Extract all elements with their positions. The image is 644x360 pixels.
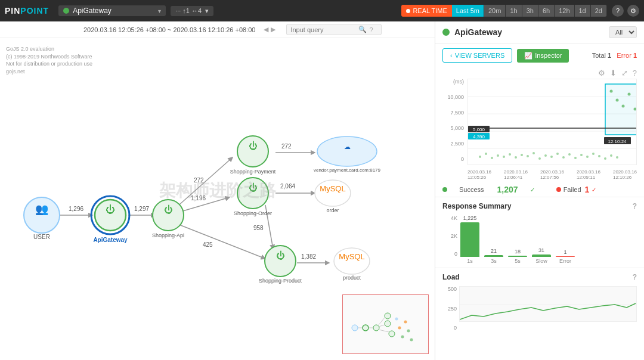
bar-item-5s: 18: [508, 249, 527, 257]
load-help[interactable]: ?: [633, 273, 637, 281]
time-btn-20m[interactable]: 20m: [484, 5, 506, 17]
load-chart: [459, 286, 637, 322]
realtime-button[interactable]: REAL TIME: [401, 5, 451, 17]
nav-prev-icon[interactable]: ◀: [264, 26, 268, 33]
topo-timestamp: 2020.03.16 12:05:26 +08:00 ~ 2020.03.16 …: [83, 26, 255, 33]
query-input[interactable]: [290, 26, 356, 33]
success-dot: [442, 187, 447, 192]
success-count: 1,207: [497, 185, 518, 194]
rp-action-buttons: ‹ VIEW SERVERS 📈 Inspector Total 1 Error…: [435, 44, 644, 67]
edge-label-api-order: 1,196: [191, 195, 206, 201]
bar-5s: [508, 256, 527, 257]
metrics-bar: ··· ↑1 ↔4 ▾: [171, 6, 213, 16]
node-order-label: order: [326, 207, 339, 213]
node-apigw-label: ApiGateway: [93, 237, 128, 243]
nav-next-icon[interactable]: ▶: [271, 26, 275, 33]
inspector-button[interactable]: 📈 Inspector: [517, 49, 569, 63]
inspector-label: Inspector: [535, 52, 562, 59]
time-btn-1h[interactable]: 1h: [506, 5, 522, 17]
bar-item-1s: 1,225: [460, 215, 479, 257]
chevron-left-icon: ‹: [450, 52, 453, 59]
svg-point-54: [610, 90, 613, 93]
svg-point-48: [586, 156, 589, 158]
time-btn-6h[interactable]: 6h: [538, 5, 555, 17]
edge-label-apigw-shoppingapi: 1,297: [134, 206, 149, 212]
time-btn-3h[interactable]: 3h: [522, 5, 538, 17]
node-user[interactable]: [24, 197, 60, 233]
edge-label-sproduct-product: 1,382: [301, 253, 316, 260]
svg-point-55: [616, 99, 619, 102]
settings-icon2[interactable]: ⚙: [598, 69, 605, 77]
response-summary-help[interactable]: ?: [633, 202, 637, 210]
svg-line-17: [379, 318, 385, 325]
time-btn-1d[interactable]: 1d: [575, 5, 591, 17]
bar-1s: [460, 222, 479, 257]
bar-chart-bars: 1,225 21 18 31: [460, 215, 637, 257]
time-btn-last5m[interactable]: Last 5m: [452, 5, 484, 17]
settings-icon[interactable]: ⚙: [627, 5, 639, 17]
svg-point-25: [398, 327, 401, 330]
response-summary-title: Response Summary: [442, 202, 511, 210]
scatter-yaxis: (ms) 10,000 7,500 5,000 2,500 0: [442, 79, 466, 162]
svg-text:MySQL: MySQL: [320, 184, 345, 193]
app-name: ApiGateway: [73, 7, 154, 15]
node-shopping-order-label: Shopping-Order: [234, 210, 272, 216]
scatter-xaxis: 2020.03.1612:05:26 2020.03.1612:06:41 20…: [467, 169, 637, 180]
legend-row: Success 1,207 ✓ Failed 1 ✓: [435, 182, 644, 197]
search-icon[interactable]: 🔍: [358, 26, 367, 33]
bar-xaxis: 1s 3s 5s Slow Error: [460, 257, 637, 264]
svg-point-14: [389, 331, 395, 337]
node-user-label: USER: [33, 234, 50, 240]
edge-label-api-product: 425: [203, 241, 213, 248]
svg-point-20: [401, 336, 404, 339]
svg-point-22: [395, 318, 398, 321]
time-controls: REAL TIME Last 5m 20m 1h 3h 6h 12h 1d 2d: [401, 5, 607, 17]
svg-text:MySQL: MySQL: [339, 252, 364, 261]
topo-header: GoJS 2.0 evaluation(c) 1998-2019 Northwo…: [0, 21, 435, 38]
svg-point-32: [491, 157, 493, 159]
app-header: PINPOINT ApiGateway ▾ ··· ↑1 ↔4 ▾ REAL T…: [0, 0, 644, 21]
load-yaxis: 500 250 0: [442, 286, 459, 331]
bar-slow: [532, 255, 551, 257]
view-servers-button[interactable]: ‹ VIEW SERVERS: [442, 48, 512, 63]
svg-point-31: [485, 153, 487, 155]
svg-point-51: [604, 157, 606, 160]
help-icon3[interactable]: ?: [633, 69, 637, 77]
topo-query[interactable]: 🔍 ?: [286, 24, 382, 35]
bar-item-3s: 21: [484, 248, 503, 257]
topology-panel: GoJS 2.0 evaluation(c) 1998-2019 Northwo…: [0, 21, 435, 360]
rp-header: ApiGateway All: [435, 21, 644, 44]
app-selector[interactable]: ApiGateway ▾: [58, 5, 166, 16]
svg-text:☁: ☁: [344, 143, 351, 150]
svg-text:⏻: ⏻: [276, 250, 285, 260]
svg-point-44: [562, 156, 565, 159]
time-btn-12h[interactable]: 12h: [555, 5, 574, 17]
help-icon2[interactable]: ?: [369, 26, 373, 33]
help-icon[interactable]: ?: [612, 5, 624, 17]
svg-point-21: [407, 330, 410, 333]
time-btn-2d[interactable]: 2d: [591, 5, 607, 17]
edge-label-order-sproduct: 958: [253, 225, 264, 231]
node-vendor[interactable]: [317, 136, 377, 166]
download-icon[interactable]: ⬇: [610, 69, 617, 77]
bar-error: [556, 256, 575, 257]
expand-icon[interactable]: ⤢: [621, 69, 628, 77]
failed-count: 1: [585, 185, 590, 194]
svg-text:5,000: 5,000: [473, 127, 485, 132]
svg-point-50: [598, 155, 600, 157]
bar-item-slow: 31: [532, 247, 551, 257]
svg-point-30: [479, 156, 481, 158]
edge-label-payment-vendor: 272: [281, 143, 292, 150]
svg-point-45: [568, 153, 571, 156]
svg-point-36: [515, 156, 517, 159]
svg-text:⏻: ⏻: [249, 182, 258, 193]
svg-text:⏻: ⏻: [249, 141, 258, 151]
rp-filter-select[interactable]: All: [609, 26, 637, 38]
node-vendor-label: vendor.payment.card.com:8179: [314, 167, 381, 173]
svg-point-57: [628, 93, 631, 96]
svg-point-34: [503, 156, 505, 158]
svg-line-18: [379, 325, 385, 327]
load-line: [460, 303, 636, 319]
edge-label-order-mysql: 2,064: [280, 183, 295, 190]
svg-text:⏻: ⏻: [106, 204, 115, 215]
